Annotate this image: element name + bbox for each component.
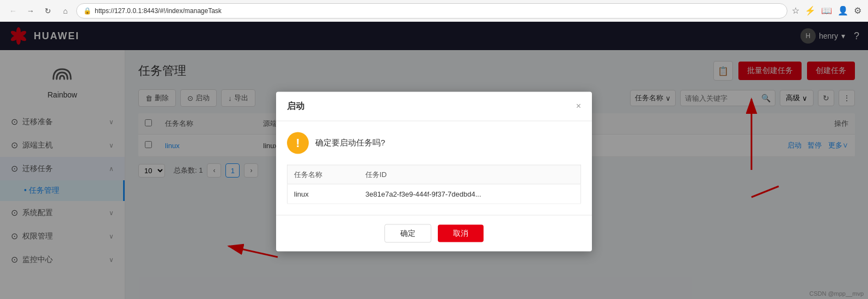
- content-area: 任务管理 📋 批量创建任务 创建任务 🗑 删除 ⊙ 启动 ↓ 导出: [125, 50, 868, 299]
- modal-task-name: linux: [288, 184, 359, 204]
- main-layout: Rainbow ⊙ 迁移准备 ∨ ⊙ 源端主机 ∨ ⊙ 迁移任: [0, 50, 868, 299]
- modal-title: 启动: [287, 100, 304, 112]
- reload-button[interactable]: ↻: [41, 4, 54, 17]
- confirm-row: ! 确定要启动任务吗?: [287, 132, 581, 154]
- security-icon: 🔒: [83, 7, 91, 15]
- modal-task-id: 3e81e7a2-f3e9-444f-9f37-7dedbd4...: [359, 184, 580, 204]
- back-button[interactable]: ←: [7, 4, 20, 17]
- browser-actions: ☆ ⚡ 📖 👤 ⚙: [792, 5, 861, 16]
- cancel-button[interactable]: 取消: [438, 224, 484, 242]
- bookmark-icon: ☆: [792, 5, 799, 16]
- browser-chrome: ← → ↻ ⌂ 🔒 https://127.0.0.1:8443/#!/inde…: [0, 0, 868, 22]
- modal-footer: 确定 取消: [276, 215, 592, 251]
- modal-col-name: 任务名称: [288, 165, 359, 184]
- reader-icon: 📖: [821, 5, 832, 16]
- home-button[interactable]: ⌂: [59, 4, 72, 17]
- star-icon: ⚡: [805, 5, 816, 16]
- profile-icon: 👤: [838, 5, 848, 16]
- forward-button[interactable]: →: [24, 4, 37, 17]
- modal-table-row: linux 3e81e7a2-f3e9-444f-9f37-7dedbd4...: [288, 184, 581, 204]
- modal-body: ! 确定要启动任务吗? 任务名称 任务ID linux: [276, 121, 592, 215]
- settings-icon: ⚙: [854, 5, 861, 16]
- modal-header: 启动 ×: [276, 91, 592, 121]
- modal-table: 任务名称 任务ID linux 3e81e7a2-f3e9-444f-9f37-…: [287, 164, 581, 204]
- modal-close-button[interactable]: ×: [576, 101, 581, 111]
- modal-dialog: 启动 × ! 确定要启动任务吗? 任务名称 任务ID: [276, 91, 592, 251]
- confirm-text: 确定要启动任务吗?: [315, 138, 385, 148]
- modal-overlay: 启动 × ! 确定要启动任务吗? 任务名称 任务ID: [0, 22, 868, 299]
- confirm-button[interactable]: 确定: [384, 224, 431, 242]
- modal-col-id: 任务ID: [359, 165, 580, 184]
- url-bar[interactable]: 🔒 https://127.0.0.1:8443/#!/index/manage…: [76, 3, 787, 19]
- warning-icon: !: [287, 132, 309, 154]
- url-text: https://127.0.0.1:8443/#!/index/manageTa…: [95, 7, 222, 15]
